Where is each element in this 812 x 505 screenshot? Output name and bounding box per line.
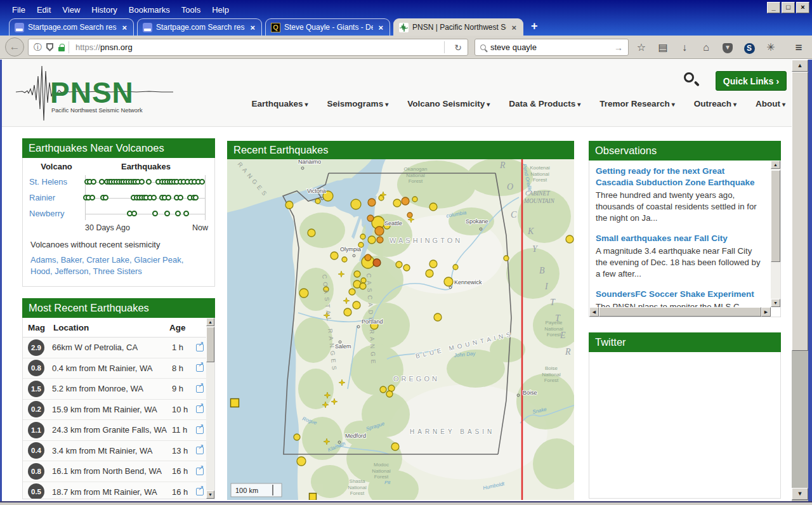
external-link-icon[interactable] — [196, 468, 204, 475]
earthquake-marker[interactable] — [349, 289, 355, 295]
external-link-icon[interactable] — [196, 405, 204, 413]
url-bar[interactable]: ⓘ https://pnsn.org ↻ — [28, 39, 468, 56]
earthquake-marker[interactable] — [353, 301, 360, 309]
earthquake-marker[interactable] — [453, 265, 458, 270]
scroll-up-button[interactable]: ▲ — [792, 60, 808, 72]
earthquake-marker[interactable] — [504, 256, 509, 261]
site-search-icon[interactable] — [684, 72, 700, 89]
earthquake-marker[interactable] — [566, 235, 573, 243]
earthquake-table-row[interactable]: 0.80.4 km from Mt Rainier, WA8 h — [23, 358, 206, 379]
sync-icon[interactable]: ✳ — [761, 39, 780, 56]
external-link-icon[interactable] — [196, 344, 204, 351]
earthquake-marker[interactable] — [396, 261, 402, 268]
earthquake-marker[interactable] — [368, 236, 376, 244]
tracking-shield-icon[interactable] — [46, 43, 53, 51]
earthquake-marker[interactable] — [407, 213, 412, 218]
nav-data-products[interactable]: Data & Products▾ — [509, 99, 580, 108]
earthquake-marker[interactable] — [360, 234, 365, 239]
startpage-addon-icon[interactable]: S — [740, 39, 759, 56]
earthquake-marker[interactable] — [308, 229, 315, 237]
nav-volcano-seismicity[interactable]: Volcano Seismicity▾ — [407, 99, 490, 108]
earthquake-marker[interactable] — [412, 197, 417, 202]
pocket-icon[interactable]: ▼ — [718, 39, 737, 56]
page-info-icon[interactable]: ⓘ — [34, 42, 42, 53]
search-go-icon[interactable]: → — [609, 43, 628, 53]
search-bar[interactable]: steve quayle → — [475, 39, 629, 56]
earthquake-marker[interactable] — [361, 278, 366, 283]
earthquake-marker[interactable] — [403, 265, 410, 271]
observation-title-link[interactable]: SoundersFC Soccer Shake Experiment — [596, 289, 764, 300]
earthquake-marker[interactable] — [331, 252, 338, 259]
observations-vertical-scrollbar[interactable]: ▲ ▼ — [771, 161, 780, 307]
earthquake-marker[interactable] — [377, 237, 383, 243]
maximize-button[interactable]: □ — [782, 2, 795, 13]
observation-title-link[interactable]: Small earthquakes near Fall City — [596, 233, 764, 244]
menu-icon[interactable]: ≡ — [789, 39, 808, 56]
scroll-thumb[interactable] — [599, 307, 761, 317]
earthquake-map[interactable]: NanaimoRANGESVictoriaOkanoganNationalFor… — [227, 159, 574, 500]
earthquake-marker[interactable] — [299, 289, 308, 298]
back-button[interactable]: ← — [5, 37, 24, 56]
earthquake-marker[interactable] — [294, 434, 300, 440]
volcano-link[interactable]: St. Helens — [29, 177, 85, 187]
pnsn-logo[interactable]: PNSN Pacific Northwest Seismic Network — [16, 63, 181, 123]
scroll-down-button[interactable]: ▼ — [206, 490, 214, 499]
menu-history[interactable]: History — [86, 4, 122, 16]
external-link-icon[interactable] — [196, 385, 204, 393]
earthquake-marker-square[interactable] — [310, 494, 317, 501]
nav-outreach[interactable]: Outreach▾ — [694, 99, 737, 108]
earthquake-marker[interactable] — [444, 277, 453, 286]
earthquake-marker[interactable] — [393, 199, 401, 207]
earthquake-marker[interactable] — [285, 201, 293, 209]
nav-tremor-research[interactable]: Tremor Research▾ — [599, 99, 674, 108]
home-icon[interactable]: ⌂ — [697, 39, 716, 56]
observations-horizontal-scrollbar[interactable]: ◀ ▶ — [589, 307, 771, 317]
earthquake-marker[interactable] — [434, 313, 442, 321]
earthquake-marker[interactable] — [297, 457, 306, 466]
close-icon[interactable]: × — [249, 23, 256, 32]
menu-bookmarks[interactable]: Bookmarks — [123, 4, 176, 16]
observation-title-link[interactable]: Getting ready for the next Great Cascadi… — [596, 166, 764, 188]
external-link-icon[interactable] — [196, 488, 204, 495]
earthquake-marker[interactable] — [368, 199, 376, 206]
earthquake-marker[interactable] — [386, 391, 393, 397]
menu-tools[interactable]: Tools — [176, 4, 206, 16]
minimize-button[interactable]: _ — [767, 2, 780, 13]
quick-links-button[interactable]: Quick Links› — [716, 71, 787, 91]
earthquake-marker[interactable] — [365, 254, 371, 261]
scroll-thumb[interactable] — [792, 72, 808, 351]
earthquake-marker[interactable] — [429, 203, 437, 211]
earthquake-table-row[interactable]: 2.966km W of Petrolia, CA1 h — [23, 338, 206, 358]
scroll-thumb[interactable] — [771, 170, 780, 262]
downloads-icon[interactable]: ↓ — [675, 39, 694, 56]
menu-help[interactable]: Help — [206, 4, 235, 16]
bookmark-star-icon[interactable]: ☆ — [632, 39, 651, 56]
scroll-up-button[interactable]: ▲ — [206, 318, 214, 326]
earthquake-table-row[interactable]: 0.816.1 km from North Bend, WA16 h — [23, 461, 206, 482]
earthquake-table-row[interactable]: 1.55.2 km from Monroe, WA9 h — [23, 379, 206, 400]
earthquake-marker[interactable] — [354, 271, 360, 277]
close-icon[interactable]: × — [377, 23, 384, 32]
earthquake-table-row[interactable]: 0.518.7 km from Mt Rainier, WA16 h — [23, 482, 206, 500]
menu-file[interactable]: File — [6, 4, 31, 16]
scroll-down-button[interactable]: ▼ — [771, 299, 780, 307]
menu-edit[interactable]: Edit — [31, 4, 56, 16]
earthquake-marker[interactable] — [315, 199, 320, 204]
scroll-right-button[interactable]: ▶ — [761, 307, 771, 317]
close-button[interactable]: × — [796, 2, 809, 13]
tab-inactive[interactable]: Startpage.com Search results× — [137, 18, 262, 36]
menu-view[interactable]: View — [56, 4, 86, 16]
earthquake-table-row[interactable]: 0.43.4 km from Mt Rainier, WA13 h — [23, 441, 206, 462]
url-text[interactable]: https://pnsn.org — [75, 43, 440, 52]
page-scrollbar[interactable]: ▲ ▼ — [792, 60, 808, 501]
https-lock-icon[interactable] — [58, 44, 65, 51]
nav-earthquakes[interactable]: Earthquakes▾ — [252, 99, 308, 108]
close-icon[interactable]: × — [121, 23, 128, 32]
earthquake-marker[interactable] — [426, 270, 433, 277]
earthquake-marker[interactable] — [351, 199, 361, 209]
earthquake-marker[interactable] — [402, 197, 409, 205]
scroll-up-button[interactable]: ▲ — [771, 161, 780, 169]
earthquake-marker[interactable] — [342, 257, 347, 262]
earthquake-marker[interactable] — [375, 226, 384, 235]
nav-seismograms[interactable]: Seismograms▾ — [327, 99, 389, 108]
